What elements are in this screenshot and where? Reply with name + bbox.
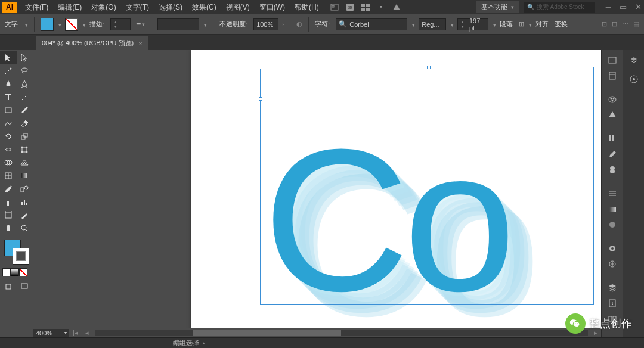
document-tab[interactable]: 004* @ 400% (RGB/GPU 预览) ×: [36, 36, 148, 50]
perspective-tool[interactable]: [17, 156, 33, 169]
horizontal-scrollbar[interactable]: [95, 330, 588, 336]
eraser-tool[interactable]: [17, 117, 33, 130]
brush-field[interactable]: [157, 18, 199, 30]
search-stock-field[interactable]: 🔍 搜索 Adobe Stock: [524, 2, 595, 13]
font-family-field[interactable]: 🔍Corbel: [336, 18, 407, 30]
rotate-tool[interactable]: [0, 130, 17, 143]
color-guide-panel-icon[interactable]: [605, 108, 620, 122]
nav-prev-first[interactable]: |◂: [73, 329, 78, 337]
stroke-swatch[interactable]: [65, 18, 78, 31]
screen-mode[interactable]: [17, 280, 33, 293]
gpu-icon[interactable]: [392, 2, 401, 12]
menu-object[interactable]: 对象(O): [86, 0, 120, 14]
menu-help[interactable]: 帮助(H): [290, 0, 324, 14]
type-tool[interactable]: [0, 91, 17, 104]
shaper-tool[interactable]: [0, 117, 17, 130]
line-tool[interactable]: [17, 91, 33, 104]
menu-edit[interactable]: 编辑(E): [53, 0, 86, 14]
artboard-tool[interactable]: [0, 209, 17, 222]
more-icon[interactable]: ⋯: [622, 20, 628, 28]
brushes-panel-icon[interactable]: [605, 148, 620, 161]
stroke-color[interactable]: [13, 248, 29, 265]
gradient-panel-icon[interactable]: [605, 203, 620, 216]
tool-preset-dropdown[interactable]: [24, 21, 28, 28]
align-label[interactable]: 对齐: [535, 20, 549, 29]
font-family-dropdown[interactable]: [411, 21, 415, 28]
menu-window[interactable]: 窗口(W): [255, 0, 290, 14]
align-dropdown[interactable]: [528, 21, 532, 28]
close-tab-icon[interactable]: ×: [138, 40, 142, 47]
stroke-dropdown[interactable]: [82, 21, 86, 28]
shape-builder-tool[interactable]: [0, 156, 17, 169]
rectangle-tool[interactable]: [0, 104, 17, 117]
graph-tool[interactable]: [17, 195, 33, 209]
selection-handle[interactable]: [427, 66, 431, 69]
prefs-icon[interactable]: ⊟: [612, 20, 617, 28]
cc-libraries-icon[interactable]: [626, 73, 642, 86]
symbols-panel-icon[interactable]: [605, 163, 620, 176]
canvas[interactable]: Co Co Co Co Co Co Co 400%▾ |◂ ◂ ▸: [33, 50, 601, 337]
panel-menu-icon[interactable]: ▤: [633, 20, 639, 28]
paintbrush-tool[interactable]: [17, 104, 33, 117]
curvature-tool[interactable]: [17, 77, 33, 91]
graphic-styles-panel-icon[interactable]: [605, 257, 620, 271]
font-size-dropdown[interactable]: [492, 21, 496, 28]
color-panel-icon[interactable]: [605, 93, 620, 106]
menu-select[interactable]: 选择(S): [154, 0, 187, 14]
dropdown-icon[interactable]: ▾: [376, 2, 386, 12]
fill-swatch[interactable]: [41, 18, 54, 31]
minimize-button[interactable]: ─: [606, 2, 611, 11]
selection-handle[interactable]: [259, 66, 262, 69]
hand-tool[interactable]: [0, 222, 17, 235]
appearance-panel-icon[interactable]: [605, 242, 620, 255]
recolor-icon[interactable]: ◐: [296, 20, 302, 28]
symbol-sprayer-tool[interactable]: [0, 195, 17, 209]
menu-text[interactable]: 文字(T): [121, 0, 154, 14]
status-dropdown-icon[interactable]: ▸: [203, 340, 205, 346]
nav-prev[interactable]: ◂: [85, 329, 89, 337]
selection-handle[interactable]: [259, 97, 262, 101]
swatches-panel-icon[interactable]: [605, 132, 620, 145]
align-icon[interactable]: ⊞: [519, 20, 524, 28]
transform-label[interactable]: 变换: [555, 20, 568, 29]
blend-tool[interactable]: [17, 182, 33, 195]
slice-tool[interactable]: [17, 209, 33, 222]
width-tool[interactable]: [0, 143, 17, 156]
properties-panel-icon[interactable]: [605, 54, 620, 67]
stroke-panel-icon[interactable]: [605, 187, 620, 200]
free-transform-tool[interactable]: [17, 143, 33, 156]
layers-panel-icon[interactable]: [605, 281, 620, 294]
draw-mode-normal[interactable]: [0, 280, 17, 293]
scale-tool[interactable]: [17, 130, 33, 143]
brush-dropdown[interactable]: [203, 21, 207, 28]
color-mode-solid[interactable]: [2, 268, 11, 276]
transparency-panel-icon[interactable]: [605, 218, 620, 231]
layers-icon[interactable]: [626, 54, 642, 67]
paragraph-label[interactable]: 段落: [500, 20, 513, 29]
menu-effect[interactable]: 效果(C): [187, 0, 221, 14]
menu-view[interactable]: 视图(V): [221, 0, 255, 14]
font-size-field[interactable]: ▴▾197 pt: [457, 18, 488, 30]
direct-selection-tool[interactable]: [17, 51, 33, 64]
stroke-profile[interactable]: ━: [137, 20, 145, 28]
opacity-arrow[interactable]: ›: [282, 21, 284, 27]
workspace-selector[interactable]: 基本功能: [476, 1, 519, 13]
menu-file[interactable]: 文件(F): [20, 0, 53, 14]
bridge-icon[interactable]: [330, 2, 339, 12]
stock-icon[interactable]: St: [345, 2, 355, 12]
close-button[interactable]: ✕: [635, 2, 642, 11]
zoom-field[interactable]: 400%▾: [33, 329, 69, 337]
opacity-field[interactable]: 100%: [253, 18, 278, 30]
restore-button[interactable]: ▭: [620, 2, 627, 11]
fill-stroke-control[interactable]: [4, 240, 29, 265]
stroke-weight-field[interactable]: ▴▾: [110, 18, 131, 30]
setup-icon[interactable]: ⊡: [602, 20, 607, 28]
magic-wand-tool[interactable]: [0, 64, 17, 77]
color-mode-gradient[interactable]: [11, 268, 19, 276]
color-mode-none[interactable]: [19, 268, 27, 276]
pen-tool[interactable]: [0, 77, 17, 91]
mesh-tool[interactable]: [0, 169, 17, 182]
selection-tool[interactable]: [0, 51, 17, 64]
libraries-panel-icon[interactable]: [605, 69, 620, 82]
gradient-tool[interactable]: [17, 169, 33, 182]
